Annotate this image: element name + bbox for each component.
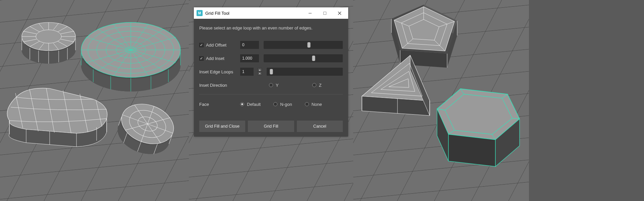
apply-close-button[interactable]: Grid Fill and Close	[199, 121, 245, 132]
field-add-inset[interactable]	[240, 54, 259, 62]
field-add-offset[interactable]	[240, 41, 259, 49]
spinner-down-icon[interactable]: ▼	[258, 72, 262, 75]
close-icon[interactable]	[332, 7, 347, 19]
slider-add-inset[interactable]	[264, 54, 343, 62]
viewport-mid-backdrop: M Grid Fill Tool Please select an edge l…	[189, 0, 353, 201]
svg-marker-104	[448, 134, 495, 166]
window-title: Grid Fill Tool	[205, 11, 303, 16]
row-inset-loops: Inset Edge Loops ▲ ▼	[199, 67, 343, 77]
slider-add-offset[interactable]	[264, 41, 343, 49]
label-inset-loops: Inset Edge Loops	[199, 69, 233, 74]
label-add-offset: Add Offset	[206, 43, 226, 48]
label-add-inset: Add Inset	[206, 56, 224, 61]
apply-button[interactable]: Grid Fill	[248, 121, 294, 132]
field-inset-loops[interactable]	[240, 68, 254, 76]
instruction-text: Please select an edge loop with an even …	[199, 25, 343, 30]
titlebar[interactable]: M Grid Fill Tool	[194, 7, 348, 19]
svg-rect-64	[323, 12, 326, 14]
mesh-large-disc-selected	[81, 22, 180, 91]
viewport-left[interactable]	[0, 0, 189, 201]
grid-fill-dialog: M Grid Fill Tool Please select an edge l…	[194, 7, 348, 137]
cancel-button[interactable]: Cancel	[297, 121, 343, 132]
label-inset-direction: Inset Direction	[199, 83, 227, 88]
separator	[199, 94, 343, 94]
radio-direction-z[interactable]: Z	[312, 83, 322, 88]
minimize-icon[interactable]	[303, 7, 317, 19]
slider-inset-loops[interactable]	[267, 68, 343, 76]
radio-face-none[interactable]: None	[305, 102, 322, 107]
row-inset-direction: Inset Direction Y Z	[199, 80, 343, 90]
viewport-right[interactable]	[353, 0, 529, 201]
maximize-icon[interactable]	[317, 7, 332, 19]
checkbox-add-inset[interactable]	[199, 56, 204, 61]
radio-direction-y[interactable]: Y	[269, 83, 279, 88]
radio-face-ngon[interactable]: N-gon	[273, 102, 292, 107]
mesh-small-cylinder	[22, 22, 75, 64]
spinner-up-icon[interactable]: ▲	[258, 68, 262, 72]
mesh-hexagon-selected	[437, 89, 520, 166]
radio-face-default[interactable]: Default	[240, 102, 261, 107]
checkbox-add-offset[interactable]	[199, 43, 204, 47]
row-face: Face Default N-gon None	[199, 99, 343, 109]
app-icon: M	[197, 10, 203, 16]
label-face: Face	[199, 102, 209, 107]
row-add-inset: Add Inset	[199, 53, 343, 63]
row-add-offset: Add Offset	[199, 40, 343, 50]
